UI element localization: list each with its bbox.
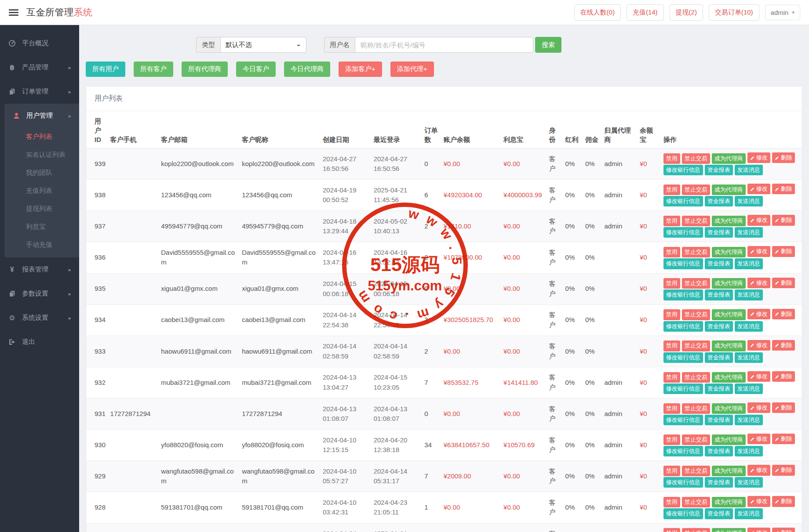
disable-button[interactable]: 禁用 [663,185,680,195]
forbid-trade-button[interactable]: 禁止交易 [682,372,710,383]
today-agents-button[interactable]: 今日代理商 [284,62,330,77]
delete-button[interactable]: 删除 [772,184,795,194]
funds-report-button[interactable]: 资金报表 [705,321,733,332]
delete-button[interactable]: 删除 [772,434,795,444]
edit-bank-button[interactable]: 修改银行信息 [663,196,703,206]
type-select[interactable]: 默认不选 ⌄ [220,37,306,53]
sidebar-item-dashboard[interactable]: 平台概况 [0,31,79,55]
forbid-trade-button[interactable]: 禁止交易 [682,466,710,476]
forbid-trade-button[interactable]: 禁止交易 [682,403,710,414]
delete-button[interactable]: 删除 [772,309,795,319]
username-input[interactable] [355,37,533,53]
edit-bank-button[interactable]: 修改银行信息 [663,415,703,425]
edit-button[interactable]: 修改 [747,309,770,319]
forbid-trade-button[interactable]: 禁止交易 [682,153,710,164]
edit-button[interactable]: 修改 [747,371,770,382]
send-message-button[interactable]: 发送消息 [735,384,763,394]
add-agent-button[interactable]: 添加代理+ [390,62,434,77]
edit-button[interactable]: 修改 [747,246,770,257]
delete-button[interactable]: 删除 [772,528,795,532]
admin-menu[interactable]: admin ▾ [765,5,800,20]
send-message-button[interactable]: 发送消息 [735,446,763,456]
forbid-trade-button[interactable]: 禁止交易 [682,340,710,351]
sidebar-item-logout[interactable]: 退出 [0,330,79,354]
make-agent-button[interactable]: 成为代理商 [712,216,746,226]
make-agent-button[interactable]: 成为代理商 [712,309,746,320]
send-message-button[interactable]: 发送消息 [735,415,763,425]
all-agents-button[interactable]: 所有代理商 [182,62,228,77]
disable-button[interactable]: 禁用 [663,216,680,226]
funds-report-button[interactable]: 资金报表 [705,290,733,300]
make-agent-button[interactable]: 成为代理商 [712,403,746,414]
edit-bank-button[interactable]: 修改银行信息 [663,352,703,363]
forbid-trade-button[interactable]: 禁止交易 [682,278,710,289]
edit-button[interactable]: 修改 [747,402,770,413]
funds-report-button[interactable]: 资金报表 [705,446,733,456]
forbid-trade-button[interactable]: 禁止交易 [682,216,710,226]
today-customers-button[interactable]: 今日客户 [236,62,276,77]
delete-button[interactable]: 删除 [772,246,795,257]
sidebar-item-my-team[interactable]: 我的团队 [4,164,79,182]
all-users-button[interactable]: 所有用户 [86,62,125,77]
send-message-button[interactable]: 发送消息 [735,165,763,175]
edit-bank-button[interactable]: 修改银行信息 [663,321,703,332]
funds-report-button[interactable]: 资金报表 [705,227,733,238]
sidebar-item-withdraw-list[interactable]: 提现列表 [4,200,79,218]
edit-bank-button[interactable]: 修改银行信息 [663,165,703,175]
delete-button[interactable]: 删除 [772,402,795,413]
sidebar-item-customer-list[interactable]: 客户列表 [4,128,79,146]
funds-report-button[interactable]: 资金报表 [705,477,733,488]
delete-button[interactable]: 删除 [772,371,795,382]
edit-button[interactable]: 修改 [747,496,770,507]
delete-button[interactable]: 删除 [772,278,795,288]
edit-button[interactable]: 修改 [747,184,770,194]
send-message-button[interactable]: 发送消息 [735,258,763,269]
sidebar-item-system[interactable]: ⚙系统设置▸ [0,306,79,330]
disable-button[interactable]: 禁用 [663,247,680,257]
make-agent-button[interactable]: 成为代理商 [712,434,746,445]
disable-button[interactable]: 禁用 [663,466,680,476]
make-agent-button[interactable]: 成为代理商 [712,153,746,164]
funds-report-button[interactable]: 资金报表 [705,258,733,269]
delete-button[interactable]: 删除 [772,496,795,507]
make-agent-button[interactable]: 成为代理商 [712,278,746,289]
disable-button[interactable]: 禁用 [663,278,680,289]
send-message-button[interactable]: 发送消息 [735,227,763,238]
sidebar-item-users[interactable]: 用户管理▸ [4,104,79,128]
recharge-button[interactable]: 充值(14) [627,4,664,21]
all-customers-button[interactable]: 所有客户 [134,62,173,77]
edit-button[interactable]: 修改 [747,528,770,532]
funds-report-button[interactable]: 资金报表 [705,384,733,394]
make-agent-button[interactable]: 成为代理商 [712,497,746,507]
edit-bank-button[interactable]: 修改银行信息 [663,258,703,269]
delete-button[interactable]: 删除 [772,340,795,351]
edit-bank-button[interactable]: 修改银行信息 [663,290,703,300]
forbid-trade-button[interactable]: 禁止交易 [682,497,710,507]
disable-button[interactable]: 禁用 [663,528,680,532]
edit-button[interactable]: 修改 [747,215,770,225]
make-agent-button[interactable]: 成为代理商 [712,247,746,257]
make-agent-button[interactable]: 成为代理商 [712,185,746,195]
forbid-trade-button[interactable]: 禁止交易 [682,434,710,445]
delete-button[interactable]: 删除 [772,152,795,163]
forbid-trade-button[interactable]: 禁止交易 [682,247,710,257]
withdraw-button[interactable]: 提现(2) [670,4,703,21]
forbid-trade-button[interactable]: 禁止交易 [682,528,710,532]
edit-button[interactable]: 修改 [747,278,770,288]
trade-orders-button[interactable]: 交易订单(10) [709,4,759,21]
funds-report-button[interactable]: 资金报表 [705,165,733,175]
sidebar-item-interest-bao[interactable]: 利息宝 [4,218,79,236]
edit-bank-button[interactable]: 修改银行信息 [663,477,703,488]
send-message-button[interactable]: 发送消息 [735,508,763,519]
make-agent-button[interactable]: 成为代理商 [712,466,746,476]
edit-button[interactable]: 修改 [747,340,770,351]
sidebar-item-params[interactable]: 参数设置▸ [0,282,79,306]
edit-bank-button[interactable]: 修改银行信息 [663,508,703,519]
funds-report-button[interactable]: 资金报表 [705,415,733,425]
sidebar-item-realname-list[interactable]: 实名认证列表 [4,146,79,164]
edit-button[interactable]: 修改 [747,152,770,163]
disable-button[interactable]: 禁用 [663,403,680,414]
send-message-button[interactable]: 发送消息 [735,321,763,332]
delete-button[interactable]: 删除 [772,215,795,225]
menu-icon[interactable] [9,8,18,17]
